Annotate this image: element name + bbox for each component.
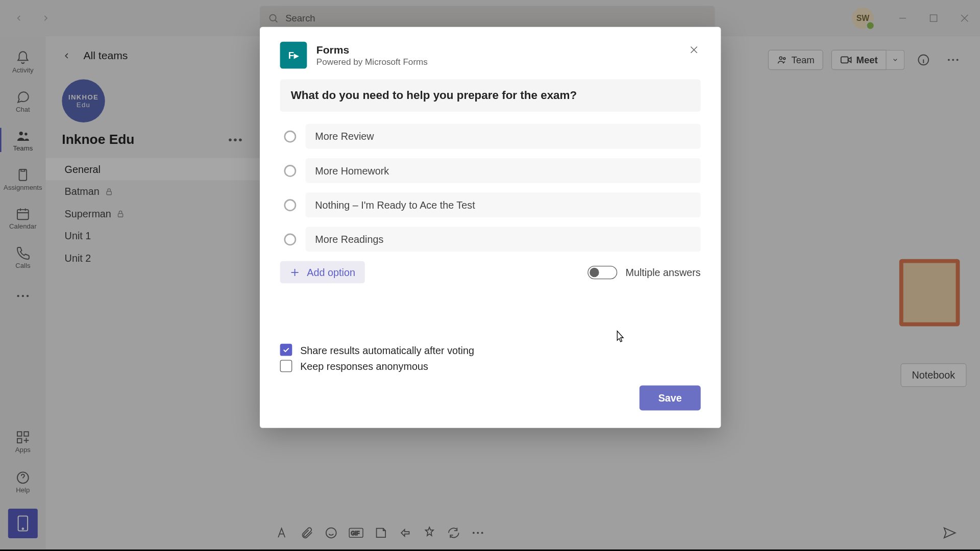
close-icon [689, 44, 699, 55]
option-radio[interactable] [284, 199, 296, 211]
option-text-input[interactable]: More Homework [306, 158, 701, 183]
poll-question-input[interactable]: What do you need to help you prepare for… [280, 80, 701, 112]
poll-option-1: More Review [284, 124, 700, 149]
option-text-input[interactable]: More Review [306, 124, 701, 149]
poll-option-2: More Homework [284, 158, 700, 183]
option-radio[interactable] [284, 233, 296, 245]
forms-modal: F▸ Forms Powered by Microsoft Forms What… [260, 27, 721, 428]
forms-app-icon: F▸ [280, 42, 307, 69]
anonymous-label: Keep responses anonymous [300, 360, 428, 371]
plus-icon [289, 267, 300, 278]
check-icon [282, 346, 290, 354]
share-results-checkbox[interactable] [280, 344, 292, 356]
option-text-input[interactable]: More Readings [306, 227, 701, 252]
share-results-label: Share results automatically after voting [300, 344, 474, 356]
poll-options: More ReviewMore HomeworkNothing – I'm Re… [280, 124, 701, 252]
modal-subtitle: Powered by Microsoft Forms [316, 56, 428, 66]
poll-option-3: Nothing – I'm Ready to Ace the Test [284, 192, 700, 217]
option-radio[interactable] [284, 130, 296, 142]
poll-option-4: More Readings [284, 227, 700, 252]
multiple-answers-label: Multiple answers [625, 266, 700, 278]
option-radio[interactable] [284, 164, 296, 177]
add-option-button[interactable]: Add option [280, 261, 365, 284]
save-button[interactable]: Save [640, 386, 701, 411]
modal-title: Forms [316, 44, 428, 56]
multiple-answers-toggle[interactable] [588, 265, 618, 279]
option-text-input[interactable]: Nothing – I'm Ready to Ace the Test [306, 192, 701, 217]
anonymous-checkbox[interactable] [280, 360, 292, 372]
modal-close-button[interactable] [684, 40, 703, 59]
